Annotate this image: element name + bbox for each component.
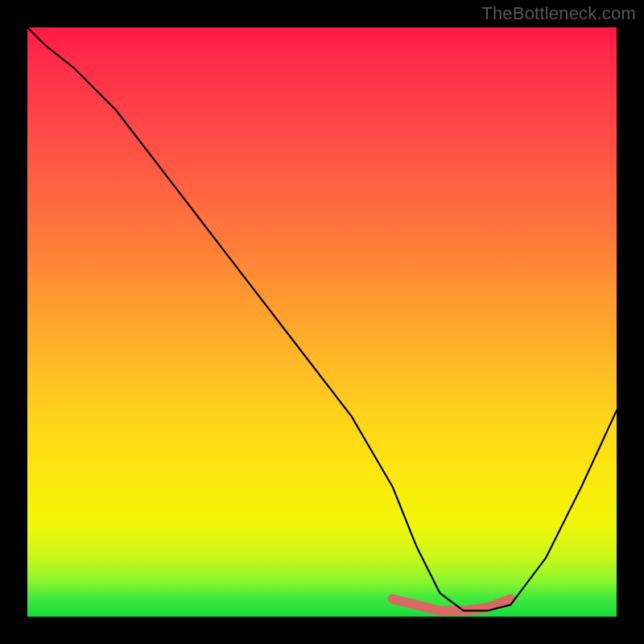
chart-frame: TheBottleneck.com [0,0,644,644]
chart-svg [27,27,617,617]
bottleneck-curve [27,27,617,611]
plot-area [27,27,617,617]
watermark-text: TheBottleneck.com [481,3,636,24]
